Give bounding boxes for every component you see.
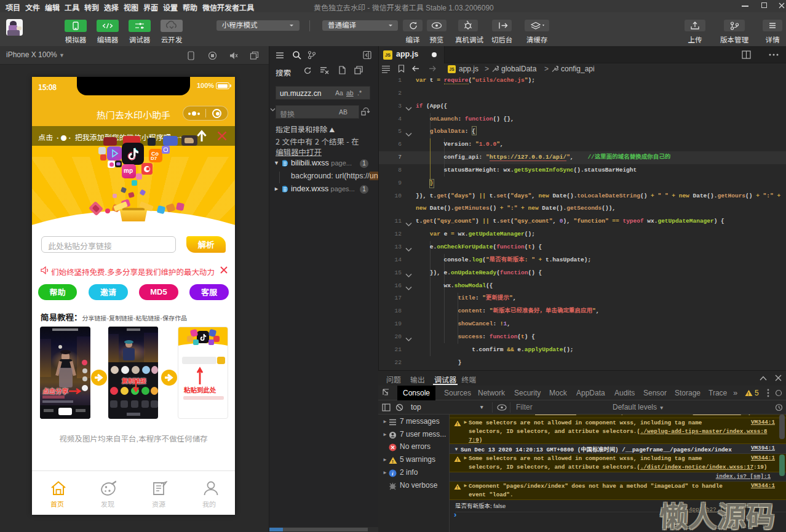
- svg-text:!: !: [456, 485, 458, 490]
- svg-text:!: !: [392, 459, 394, 464]
- svg-text:!: !: [456, 422, 458, 426]
- svg-text:!: !: [748, 391, 750, 397]
- svg-text:!: !: [456, 458, 458, 462]
- svg-text:D7: D7: [151, 156, 157, 161]
